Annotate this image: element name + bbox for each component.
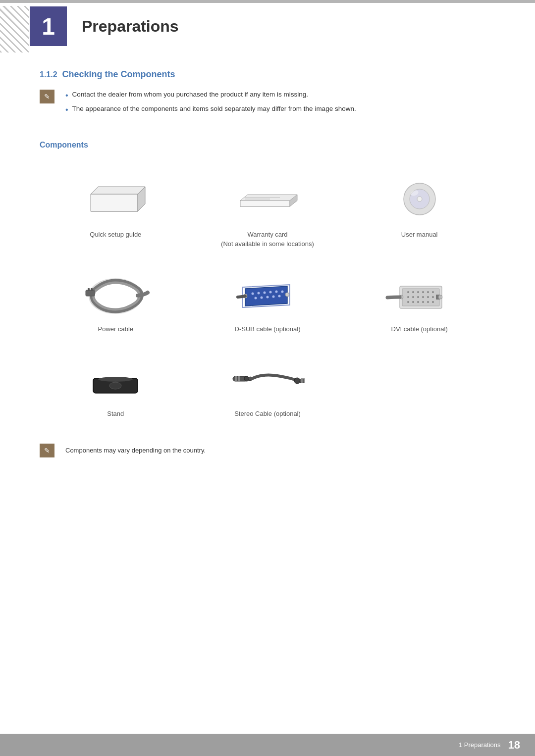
note-item-1: • Contact the dealer from whom you purch…: [65, 90, 356, 101]
power-cable-label: Power cable: [98, 324, 134, 334]
svg-point-26: [254, 297, 257, 299]
dsub-image: [230, 269, 305, 318]
component-user-manual: User manual: [343, 164, 495, 259]
notes-block: • Contact the dealer from whom you purch…: [40, 90, 495, 128]
warranty-label: Warranty card(Not available in some loca…: [221, 230, 314, 249]
component-power-cable: Power cable: [40, 259, 192, 344]
svg-point-20: [251, 292, 254, 295]
section-number: 1.1.2: [40, 70, 57, 79]
main-content: 1.1.2 Checking the Components • Contact …: [0, 50, 535, 497]
svg-point-48: [412, 301, 414, 303]
bullet-1: •: [65, 90, 68, 101]
note-item-2: • The appearance of the components and i…: [65, 104, 356, 115]
svg-marker-1: [91, 194, 138, 211]
svg-point-44: [422, 296, 424, 298]
svg-point-50: [422, 301, 424, 303]
svg-point-41: [407, 296, 409, 298]
svg-point-30: [278, 295, 280, 297]
svg-point-43: [417, 296, 419, 298]
stereo-image: [230, 353, 305, 403]
dsub-label: D-SUB cable (optional): [235, 324, 301, 334]
footer: 1 Preparations 18: [0, 734, 535, 756]
components-heading: Components: [40, 141, 495, 150]
svg-rect-17: [91, 288, 93, 291]
bottom-note-icon: [40, 444, 54, 457]
svg-point-23: [269, 291, 271, 293]
svg-rect-66: [301, 379, 303, 383]
note-text-2: The appearance of the components and ite…: [72, 104, 356, 114]
footer-page-number: 18: [508, 739, 520, 752]
svg-point-22: [263, 291, 266, 294]
svg-point-57: [98, 377, 133, 382]
svg-marker-18: [245, 286, 287, 306]
svg-rect-60: [235, 376, 237, 381]
note-list: • Contact the dealer from whom you purch…: [65, 90, 356, 116]
component-stereo: Stereo Cable (optional): [192, 344, 344, 429]
svg-point-39: [427, 291, 429, 293]
svg-marker-3: [91, 187, 145, 194]
component-dsub: D-SUB cable (optional): [192, 259, 344, 344]
svg-point-49: [417, 301, 419, 303]
dvi-image: [382, 269, 457, 318]
stand-label: Stand: [107, 409, 124, 419]
svg-point-46: [432, 296, 434, 298]
component-dvi: DVI cable (optional): [343, 259, 495, 344]
svg-point-37: [417, 291, 419, 293]
bullet-2: •: [65, 104, 68, 115]
component-stand: Stand: [40, 344, 192, 429]
svg-point-24: [275, 290, 277, 293]
chapter-title: Preparations: [82, 17, 179, 36]
user-manual-label: User manual: [401, 230, 438, 240]
svg-point-38: [422, 291, 424, 293]
section-heading: 1.1.2 Checking the Components: [40, 69, 495, 80]
svg-marker-5: [240, 201, 290, 206]
svg-point-55: [438, 295, 442, 299]
stereo-label: Stereo Cable (optional): [234, 409, 301, 419]
components-grid: Quick setup guide Warr: [40, 164, 495, 429]
note-text-1: Contact the dealer from whom you purchas…: [72, 90, 308, 100]
svg-point-45: [427, 296, 429, 298]
svg-point-51: [427, 301, 429, 303]
svg-point-25: [281, 290, 283, 293]
header-bar: 1 Preparations: [0, 0, 535, 50]
svg-point-52: [432, 301, 434, 303]
svg-point-36: [412, 291, 414, 293]
svg-point-12: [417, 197, 422, 202]
section-title: Checking the Components: [62, 69, 175, 80]
component-empty: [343, 344, 495, 429]
svg-point-42: [412, 296, 414, 298]
user-manual-image: [382, 174, 457, 224]
power-cable-image: [78, 269, 153, 318]
svg-point-29: [272, 295, 274, 298]
svg-point-40: [432, 291, 434, 293]
note-icon: [40, 90, 54, 103]
chapter-number: 1: [42, 13, 55, 40]
svg-point-47: [407, 301, 409, 303]
svg-point-35: [407, 291, 409, 293]
svg-point-21: [257, 292, 260, 294]
svg-rect-61: [238, 376, 240, 381]
svg-point-27: [260, 296, 263, 299]
warranty-image: [230, 174, 305, 224]
stripe-decoration: [0, 6, 29, 52]
svg-point-32: [285, 293, 289, 297]
svg-rect-15: [86, 290, 95, 296]
quick-setup-label: Quick setup guide: [90, 230, 141, 240]
component-warranty: Warranty card(Not available in some loca…: [192, 164, 344, 259]
svg-point-28: [266, 296, 268, 298]
stand-image: [78, 353, 153, 403]
quick-setup-image: [78, 174, 153, 224]
chapter-number-box: 1: [30, 6, 67, 46]
dvi-label: DVI cable (optional): [391, 324, 448, 334]
bottom-note: Components may vary depending on the cou…: [40, 444, 495, 457]
component-quick-setup: Quick setup guide: [40, 164, 192, 259]
svg-rect-67: [304, 379, 305, 383]
bottom-note-text: Components may vary depending on the cou…: [65, 447, 206, 454]
svg-point-58: [109, 382, 121, 389]
svg-rect-16: [88, 288, 90, 291]
footer-text: 1 Preparations: [459, 741, 501, 749]
